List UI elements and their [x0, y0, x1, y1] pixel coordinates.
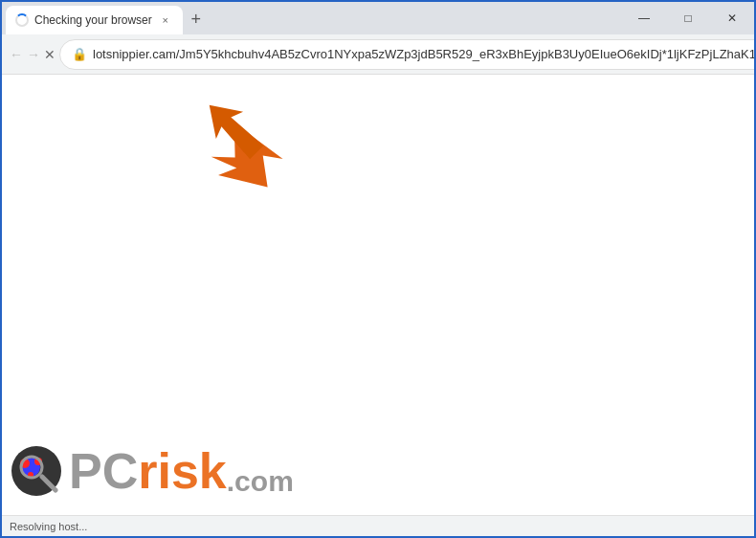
lock-icon: 🔒: [72, 47, 87, 61]
pcrisk-logo-icon: [11, 446, 61, 496]
new-tab-button[interactable]: +: [183, 6, 210, 33]
back-button[interactable]: ←: [10, 41, 23, 68]
toolbar: ← → ✕ 🔒 lotsnippier.cam/Jm5Y5khcbuhv4AB5…: [2, 34, 754, 75]
pcrisk-text-group: PCrisk.com: [69, 446, 294, 496]
url-text: lotsnippier.cam/Jm5Y5khcbuhv4AB5zCvro1NY…: [93, 47, 756, 61]
forward-button[interactable]: →: [27, 41, 40, 68]
orange-arrow-container: [203, 99, 299, 198]
tab-close-button[interactable]: ×: [158, 12, 173, 28]
reload-icon: ✕: [44, 47, 56, 62]
pcrisk-watermark: PCrisk.com: [11, 446, 294, 496]
titlebar: Checking your browser × + — □ ✕: [2, 2, 754, 34]
svg-marker-2: [196, 92, 271, 167]
active-tab[interactable]: Checking your browser ×: [6, 6, 183, 34]
orange-arrow-visual: [193, 89, 279, 175]
minimize-button[interactable]: —: [622, 2, 666, 34]
pcrisk-risk-text: risk: [138, 443, 227, 499]
tabs-area: Checking your browser × +: [2, 2, 210, 34]
close-button[interactable]: ✕: [710, 2, 754, 34]
browser-window: Checking your browser × + — □ ✕ ← → ✕ 🔒 …: [2, 2, 754, 536]
status-bar: Resolving host...: [2, 515, 754, 536]
window-controls: — □ ✕: [622, 2, 754, 34]
address-bar[interactable]: 🔒 lotsnippier.cam/Jm5Y5khcbuhv4AB5zCvro1…: [59, 39, 756, 70]
pcrisk-com-text: .com: [227, 465, 294, 497]
pcrisk-pc-text: PC: [69, 443, 138, 499]
back-icon: ←: [10, 47, 23, 62]
status-text: Resolving host...: [10, 521, 87, 532]
page-content: PCrisk.com: [2, 75, 754, 515]
tab-title: Checking your browser: [34, 13, 152, 27]
reload-button[interactable]: ✕: [44, 41, 56, 68]
tab-loading-spinner: [15, 13, 29, 27]
maximize-button[interactable]: □: [666, 2, 710, 34]
forward-icon: →: [27, 47, 40, 62]
